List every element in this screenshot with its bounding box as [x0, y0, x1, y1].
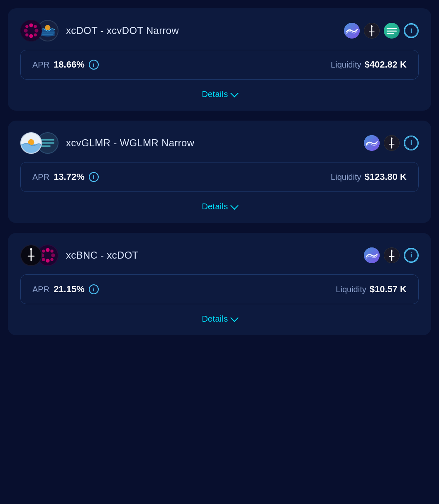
zenlink-icon[interactable] [384, 23, 400, 39]
svg-point-47 [51, 253, 55, 257]
liquidity-label: Liquidity [336, 285, 366, 294]
token-icons [20, 245, 59, 266]
details-button[interactable]: Details [20, 200, 419, 213]
apr-info-icon[interactable]: i [89, 60, 99, 70]
apr-label: APR [32, 285, 49, 294]
pool-header-icons: i [364, 135, 419, 151]
stats-box: APR 18.66% i Liquidity $402.82 K [20, 50, 419, 80]
svg-point-36 [391, 138, 393, 140]
apr-value: 21.15% [54, 284, 85, 295]
apr-label: APR [32, 172, 49, 182]
pool-card-xcdot-xcvdot: xcDOT - xcvDOT Narrow [8, 8, 431, 111]
pool-name: xcvGLMR - WGLMR Narrow [66, 137, 194, 149]
apr-info-icon[interactable]: i [89, 284, 99, 294]
svg-point-1 [29, 23, 33, 27]
svg-point-4 [34, 29, 38, 32]
svg-point-7 [34, 25, 37, 28]
pool-header-left: xcDOT - xcvDOT Narrow [20, 20, 179, 41]
pool-header-icons: i [364, 247, 419, 263]
xcvglmr-token-icon [20, 132, 42, 154]
details-button[interactable]: Details [20, 313, 419, 325]
pool-name: xcBNC - xcDOT [66, 250, 139, 261]
apr-section: APR 18.66% i [32, 59, 99, 70]
info-button[interactable]: i [404, 136, 419, 150]
pool-name: xcDOT - xcvDOT Narrow [66, 25, 179, 36]
pool-card-xcvglmr-wglmr: xcvGLMR - WGLMR Narrow [8, 121, 431, 223]
svg-point-3 [24, 29, 27, 32]
svg-point-51 [42, 258, 45, 261]
chevron-down-icon [230, 89, 239, 97]
liquidity-value: $10.57 K [370, 284, 407, 295]
liquidity-section: Liquidity $123.80 K [331, 172, 407, 182]
apr-info-icon[interactable]: i [89, 172, 99, 182]
pool-card-xcbnc-xcdot: xcBNC - xcDOT [8, 233, 431, 335]
apr-value: 13.72% [54, 172, 85, 182]
svg-point-44 [46, 248, 49, 252]
info-button[interactable]: i [404, 23, 419, 38]
svg-point-49 [50, 258, 53, 261]
liquidity-value: $123.80 K [364, 172, 407, 182]
svg-point-2 [29, 34, 33, 38]
liquidity-section: Liquidity $402.82 K [331, 59, 407, 70]
svg-point-11 [45, 25, 51, 30]
stats-box: APR 13.72% i Liquidity $123.80 K [20, 162, 419, 192]
svg-point-18 [371, 26, 373, 27]
details-label: Details [202, 90, 228, 99]
svg-point-48 [42, 250, 45, 252]
svg-point-50 [50, 250, 53, 252]
apr-section: APR 13.72% i [32, 172, 99, 182]
pool-header: xcvGLMR - WGLMR Narrow [20, 132, 419, 154]
pool-header-icons: i [344, 23, 419, 39]
svg-point-42 [30, 248, 32, 250]
svg-text:i: i [410, 252, 412, 259]
details-label: Details [202, 314, 228, 324]
svg-text:i: i [410, 27, 412, 34]
liquidity-value: $402.82 K [364, 59, 407, 70]
narrow-icon[interactable] [364, 23, 380, 39]
apr-label: APR [32, 60, 49, 70]
token-icons [20, 20, 59, 41]
liquidity-section: Liquidity $10.57 K [336, 284, 407, 295]
narrow-icon[interactable] [384, 135, 400, 151]
chevron-down-icon [230, 201, 239, 210]
details-button[interactable]: Details [20, 88, 419, 101]
stellaswap-icon[interactable] [364, 135, 380, 151]
pool-header-left: xcvGLMR - WGLMR Narrow [20, 132, 194, 154]
info-button[interactable]: i [404, 248, 419, 263]
apr-section: APR 21.15% i [32, 284, 99, 295]
svg-point-5 [25, 25, 28, 28]
stats-box: APR 21.15% i Liquidity $10.57 K [20, 274, 419, 304]
xcbnc-token-icon [20, 245, 42, 266]
svg-point-45 [46, 259, 49, 262]
apr-value: 18.66% [54, 59, 85, 70]
stellaswap-icon[interactable] [344, 23, 360, 39]
narrow-icon[interactable] [384, 247, 400, 263]
chevron-down-icon [230, 314, 239, 322]
liquidity-label: Liquidity [331, 60, 361, 70]
svg-point-56 [391, 250, 393, 252]
svg-point-6 [34, 33, 37, 36]
liquidity-label: Liquidity [331, 172, 361, 182]
pool-header: xcBNC - xcDOT [20, 245, 419, 266]
svg-point-8 [25, 33, 28, 36]
svg-text:i: i [410, 139, 412, 146]
stellaswap-icon[interactable] [364, 247, 380, 263]
token-icons [20, 132, 59, 154]
xcdot-token-icon [20, 20, 42, 41]
details-label: Details [202, 202, 228, 211]
pool-header-left: xcBNC - xcDOT [20, 245, 139, 266]
pool-header: xcDOT - xcvDOT Narrow [20, 20, 419, 41]
